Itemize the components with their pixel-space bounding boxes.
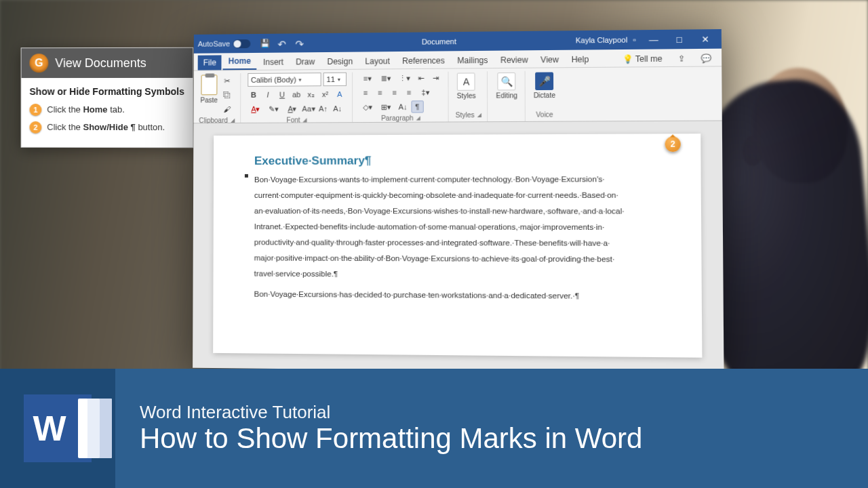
font-color2-button[interactable]: A▾ (284, 102, 300, 115)
step-2-badge: 2 (29, 121, 41, 134)
sidebar-header: G View Documents (22, 48, 193, 78)
decrease-indent-button[interactable]: ⇤ (415, 72, 427, 84)
tab-insert[interactable]: Insert (258, 55, 289, 70)
paste-button[interactable]: Paste (199, 73, 219, 105)
tab-view[interactable]: View (535, 52, 564, 68)
font-size-combo[interactable]: 11▾ (323, 73, 346, 86)
justify-button[interactable]: ≡ (403, 86, 415, 98)
clipboard-launcher-icon[interactable]: ◢ (231, 117, 235, 123)
paragraph-2[interactable]: Bon·Voyage·Excursions·has·decided·to·pur… (254, 287, 667, 305)
step-2-callout: 2 (665, 136, 680, 152)
cut-button[interactable]: ✂ (221, 75, 233, 87)
document-page[interactable]: Executive·Summary¶ Bon·Voyage·Excursions… (213, 134, 702, 357)
group-styles: AStyles Styles◢ (454, 71, 488, 121)
user-area[interactable]: Kayla Claypool ▫ (576, 35, 636, 44)
multilevel-button[interactable]: ⋮▾ (397, 72, 413, 84)
tab-help[interactable]: Help (566, 52, 594, 67)
font-launcher-icon[interactable]: ◢ (303, 117, 307, 123)
align-left-button[interactable]: ≡ (359, 87, 372, 99)
user-name: Kayla Claypool (576, 36, 628, 45)
styles-btn-label: Styles (457, 92, 476, 100)
grow-font-button[interactable]: A↑ (317, 102, 329, 115)
strikethrough-button[interactable]: ab (290, 88, 302, 100)
dictate-button[interactable]: 🎤Dictate (532, 70, 557, 100)
tab-layout[interactable]: Layout (359, 54, 395, 69)
tab-references[interactable]: References (397, 53, 450, 68)
styles-label: Styles (456, 111, 475, 119)
share-button[interactable]: ⇪ (672, 51, 691, 66)
change-case-button[interactable]: Aa▾ (302, 102, 315, 115)
text-effects-button[interactable]: A (334, 88, 346, 100)
step-1-badge: 1 (29, 104, 41, 116)
banner-text-area: Word Interactive Tutorial How to Show Fo… (115, 369, 868, 488)
heading-executive-summary[interactable]: Executive·Summary¶ (254, 153, 667, 168)
sort-button[interactable]: A↓ (397, 100, 409, 113)
styles-button[interactable]: AStyles (456, 71, 477, 101)
group-editing: 🔍Editing (493, 71, 525, 121)
font-name-combo[interactable]: Calibri (Body)▾ (248, 73, 321, 87)
italic-button[interactable]: I (262, 89, 274, 101)
format-painter-button[interactable]: 🖌 (221, 103, 233, 115)
window-controls: — □ ✕ (642, 31, 717, 47)
increase-indent-button[interactable]: ⇥ (430, 72, 442, 84)
paragraph-1[interactable]: Bon·Voyage·Excursions·wants·to·implement… (254, 171, 667, 284)
ribbon: Paste ✂ ⿻ 🖌 Clipboard◢ Calibri (Body)▾ 1… (193, 66, 722, 123)
tab-mailings[interactable]: Mailings (452, 53, 494, 68)
redo-icon[interactable] (295, 38, 304, 47)
step-2: 2 Click the Show/Hide ¶ button. (29, 121, 184, 134)
close-button[interactable]: ✕ (693, 31, 717, 47)
underline-button[interactable]: U (276, 89, 288, 101)
save-icon[interactable] (260, 39, 269, 48)
numbering-button[interactable]: ≣▾ (378, 72, 394, 84)
tab-review[interactable]: Review (495, 52, 534, 68)
logo-g-icon: G (29, 54, 48, 73)
copy-button[interactable]: ⿻ (221, 89, 233, 101)
voice-label: Voice (536, 110, 553, 118)
tab-file[interactable]: File (198, 55, 222, 70)
group-clipboard: Paste ✂ ⿻ 🖌 Clipboard◢ (197, 73, 241, 123)
document-area[interactable]: Executive·Summary¶ Bon·Voyage·Excursions… (193, 121, 724, 373)
subscript-button[interactable]: x₂ (304, 88, 317, 100)
styles-launcher-icon[interactable]: ◢ (477, 112, 481, 118)
paragraph-launcher-icon[interactable]: ◢ (416, 115, 420, 121)
step-2-text: Click the Show/Hide ¶ button. (47, 121, 165, 134)
tab-home[interactable]: Home (223, 54, 256, 70)
banner-subtitle: Word Interactive Tutorial (140, 402, 868, 423)
autosave-label: AutoSave (198, 39, 230, 47)
shrink-font-button[interactable]: A↓ (332, 102, 344, 115)
tab-design[interactable]: Design (321, 54, 358, 70)
word-window: AutoSave Document Kayla Claypool ▫ — □ ✕… (193, 29, 724, 373)
tab-draw[interactable]: Draw (290, 54, 320, 69)
highlight-button[interactable]: ✎▾ (266, 103, 282, 115)
editing-btn-label: Editing (496, 92, 517, 99)
banner-title: How to Show Formatting Marks in Word (140, 423, 868, 454)
editing-button[interactable]: 🔍Editing (494, 71, 519, 101)
align-center-button[interactable]: ≡ (374, 86, 386, 98)
step-1: 1 Click the Home tab. (29, 104, 184, 116)
bold-button[interactable]: B (248, 89, 260, 101)
group-font: Calibri (Body)▾ 11▾ B I U ab x₂ x² A A▾ … (246, 73, 353, 123)
font-color-button[interactable]: A▾ (248, 103, 264, 115)
tutorial-sidebar: G View Documents Show or Hide Formatting… (21, 47, 194, 148)
group-voice: 🎤Dictate Voice (531, 70, 563, 121)
word-logo-icon: W (24, 394, 92, 462)
styles-icon: A (457, 73, 475, 90)
tell-me[interactable]: 💡 Tell me (616, 51, 668, 66)
banner-logo-area: W (0, 369, 115, 488)
minimize-button[interactable]: — (642, 32, 666, 47)
superscript-button[interactable]: x² (319, 88, 331, 100)
ribbon-display-icon[interactable]: ▫ (633, 35, 636, 43)
quick-access-toolbar (260, 38, 304, 48)
bullets-button[interactable]: ≡▾ (359, 72, 376, 84)
show-hide-button[interactable]: ¶ (411, 100, 423, 113)
shading-button[interactable]: ◇▾ (359, 101, 376, 113)
undo-icon[interactable] (277, 39, 287, 48)
maximize-button[interactable]: □ (667, 31, 692, 47)
comments-button[interactable]: 💬 (695, 51, 717, 66)
autosave-toggle[interactable]: AutoSave (198, 39, 250, 49)
borders-button[interactable]: ⊞▾ (378, 101, 394, 113)
align-right-button[interactable]: ≡ (389, 86, 401, 98)
autosave-switch-icon[interactable] (233, 39, 250, 48)
line-spacing-button[interactable]: ‡▾ (417, 86, 434, 98)
dictate-btn-label: Dictate (534, 92, 555, 99)
